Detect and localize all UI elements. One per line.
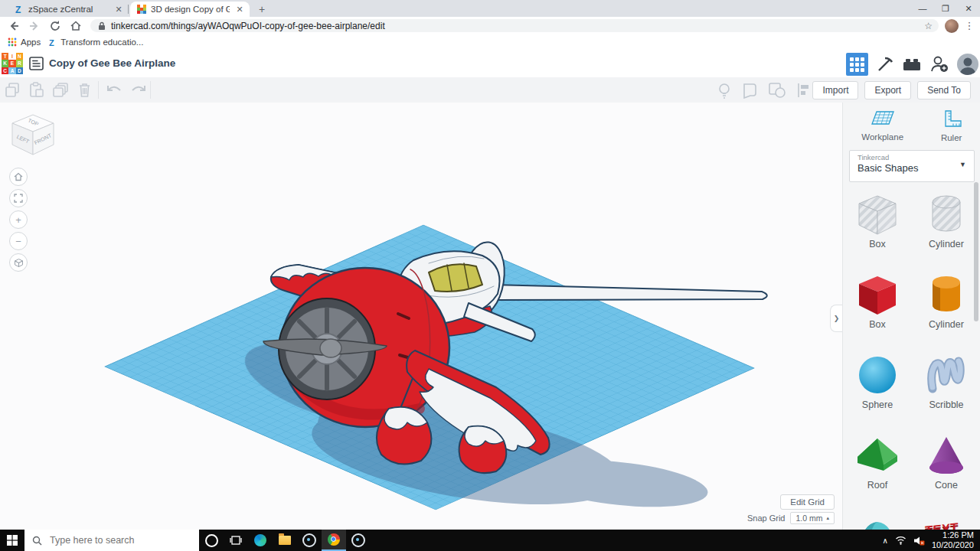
tinkercad-favicon — [137, 5, 146, 14]
home-view-button[interactable] — [9, 168, 28, 186]
brick-blocks-icon[interactable] — [902, 56, 922, 73]
back-icon[interactable] — [7, 19, 21, 33]
copy-icon[interactable] — [5, 82, 21, 98]
dashboard-tiles-button[interactable] — [846, 53, 868, 76]
shape-text[interactable]: TEXT TEXT — [912, 513, 980, 530]
logo-cell: R — [16, 60, 23, 67]
cortana-icon[interactable] — [199, 530, 224, 551]
shape-library-dropdown[interactable]: Tinkercad Basic Shapes ▼ — [849, 150, 975, 182]
cylinder-hole-icon — [923, 193, 969, 237]
cone-icon — [923, 434, 969, 478]
hidden-icons-chevron[interactable]: ∧ — [883, 536, 888, 545]
tab-zspace[interactable]: Z zSpace zCentral ✕ — [8, 2, 129, 17]
design-properties-icon[interactable] — [29, 57, 44, 70]
edge-icon[interactable] — [248, 530, 273, 551]
zspace-z-icon: Z — [48, 38, 57, 47]
shape-cylinder-hole[interactable]: Cylinder — [912, 191, 980, 272]
address-bar[interactable]: tinkercad.com/things/ayWAOqwPuOI-copy-of… — [90, 19, 939, 32]
tinkercad-logo[interactable]: T I N K E R C A D — [2, 53, 23, 74]
task-view-icon[interactable] — [224, 530, 248, 551]
import-button[interactable]: Import — [812, 81, 858, 99]
browser-menu-icon[interactable]: ⋮ — [963, 20, 975, 31]
minecraft-pickaxe-icon[interactable] — [876, 55, 894, 73]
shape-paraboloid[interactable] — [843, 513, 912, 530]
logo-cell: I — [8, 53, 15, 60]
workplane-label: Workplane — [861, 132, 903, 142]
send-to-button[interactable]: Send To — [917, 81, 971, 99]
panel-scrollbar[interactable] — [974, 182, 978, 321]
delete-icon[interactable] — [77, 82, 92, 98]
align-icon[interactable] — [795, 82, 812, 99]
file-explorer-icon[interactable] — [273, 530, 297, 551]
zoom-in-button[interactable]: + — [9, 210, 28, 229]
fit-view-button[interactable] — [9, 189, 28, 207]
tab-close-icon[interactable]: ✕ — [113, 4, 124, 15]
shape-label: Sphere — [862, 399, 893, 410]
home-icon[interactable] — [69, 19, 83, 33]
bookmark-label: Transform educatio... — [60, 37, 143, 47]
3d-viewport[interactable] — [0, 103, 842, 530]
refresh-icon[interactable] — [48, 19, 62, 33]
bookmark-apps[interactable]: Apps — [8, 37, 41, 47]
shape-box[interactable]: Box — [843, 272, 912, 352]
paste-icon[interactable] — [28, 82, 44, 98]
zoom-out-button[interactable]: − — [9, 232, 28, 250]
window-restore-button[interactable]: ❐ — [934, 0, 957, 17]
zspace-studio-icon[interactable] — [346, 530, 371, 551]
logo-cell: A — [8, 67, 15, 74]
text-shape-icon: TEXT TEXT — [922, 514, 971, 530]
show-all-bulb-icon[interactable] — [717, 82, 732, 99]
export-button[interactable]: Export — [864, 81, 911, 99]
library-brand: Tinkercad — [858, 153, 966, 161]
wifi-icon[interactable] — [895, 536, 906, 545]
tab-close-icon[interactable]: ✕ — [234, 4, 245, 15]
redo-icon[interactable] — [130, 83, 147, 97]
shape-box-hole[interactable]: Box — [843, 191, 912, 272]
window-close-button[interactable]: ✕ — [957, 0, 980, 17]
perspective-toggle-button[interactable] — [9, 253, 28, 272]
shape-label: Scribble — [929, 399, 963, 410]
window-minimize-button[interactable]: — — [911, 0, 934, 17]
shape-label: Roof — [867, 480, 887, 491]
add-user-icon[interactable] — [929, 55, 949, 73]
new-tab-button[interactable]: + — [256, 3, 268, 15]
bookmark-star-icon[interactable]: ☆ — [924, 21, 933, 31]
shape-cylinder[interactable]: Cylinder — [912, 272, 980, 352]
view-cube[interactable]: TOP LEFT FRONT — [8, 112, 58, 159]
3d-canvas[interactable]: TOP LEFT FRONT + − ❯ Edit Grid Snap Grid… — [0, 103, 842, 530]
shape-label: Box — [869, 319, 886, 330]
volume-muted-icon[interactable] — [913, 536, 925, 546]
group-icon[interactable] — [741, 82, 759, 99]
duplicate-icon[interactable] — [52, 82, 70, 98]
taskbar-search[interactable] — [24, 530, 199, 551]
ruler-tool[interactable]: Ruler — [941, 109, 962, 142]
panel-collapse-chevron[interactable]: ❯ — [830, 305, 842, 332]
tab-tinkercad[interactable]: 3D design Copy of Gee Bee Airpl ✕ — [130, 2, 250, 17]
time-text: 1:26 PM — [932, 530, 974, 540]
cylinder-icon — [923, 273, 969, 318]
start-button[interactable] — [0, 530, 24, 551]
workplane-tool[interactable]: Workplane — [861, 110, 903, 142]
zspace-app-icon[interactable] — [297, 530, 322, 551]
edit-toolbar: Import Export Send To — [0, 77, 980, 103]
shapes-panel: Workplane Ruler Tinkercad Basic Shapes ▼… — [842, 103, 980, 530]
shape-gallery: Box Cylinder Box Cylind — [843, 191, 980, 530]
taskbar-clock[interactable]: 1:26 PM 10/20/2020 — [932, 530, 974, 550]
shape-sphere[interactable]: Sphere — [843, 352, 912, 432]
ungroup-icon[interactable] — [768, 82, 786, 99]
forward-icon[interactable] — [28, 19, 41, 33]
undo-icon[interactable] — [106, 83, 122, 97]
chrome-icon[interactable] — [322, 530, 346, 551]
logo-cell: K — [2, 60, 8, 67]
edit-grid-button[interactable]: Edit Grid — [780, 494, 835, 510]
shape-scribble[interactable]: Scribble — [912, 352, 980, 432]
browser-profile-avatar[interactable] — [945, 19, 959, 33]
bookmark-transform[interactable]: Z Transform educatio... — [48, 37, 143, 47]
user-avatar[interactable] — [957, 54, 978, 75]
search-input[interactable] — [48, 534, 189, 546]
shape-roof[interactable]: Roof — [843, 432, 912, 513]
design-title[interactable]: Copy of Gee Bee Airplane — [49, 57, 175, 69]
shape-cone[interactable]: Cone — [912, 432, 980, 513]
zspace-favicon: Z — [15, 5, 24, 14]
snap-grid-select[interactable]: 1.0 mm ▴ — [790, 512, 835, 524]
